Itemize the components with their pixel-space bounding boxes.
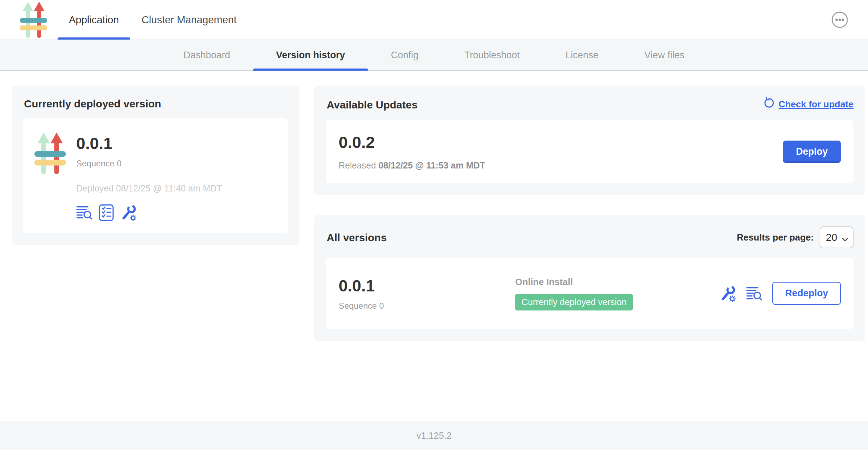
tab-config[interactable]: Config	[368, 40, 441, 70]
all-versions-panel: All versions Results per page: 20 0.0.1 …	[314, 215, 865, 341]
currently-deployed-title: Currently deployed version	[24, 98, 288, 110]
app-logo-icon	[34, 132, 66, 175]
check-for-update-label: Check for update	[779, 99, 854, 110]
console-version: v1.125.2	[416, 430, 452, 441]
check-for-update-link[interactable]: Check for update	[762, 97, 854, 112]
tab-label: License	[566, 50, 599, 61]
ellipsis-menu-icon	[831, 24, 849, 30]
tab-label: Dashboard	[184, 50, 230, 61]
tab-version-history[interactable]: Version history	[253, 40, 368, 70]
available-updates-title: Available Updates	[327, 99, 417, 111]
results-per-page-value: 20	[826, 232, 837, 243]
results-per-page-select[interactable]: 20	[820, 226, 854, 248]
logs-icon[interactable]	[76, 205, 93, 220]
overflow-menu-button[interactable]	[831, 11, 849, 29]
tab-label: View files	[644, 50, 685, 61]
version-row: 0.0.1 Sequence 0 Online Install Currentl…	[326, 257, 854, 329]
deployed-version-number: 0.0.1	[76, 134, 222, 153]
top-tab-label: Cluster Management	[142, 14, 237, 26]
tab-label: Troubleshoot	[464, 50, 520, 61]
released-label: Released	[339, 160, 376, 170]
update-released-line: Released 08/12/25 @ 11:53 am MDT	[339, 160, 485, 171]
config-wrench-icon[interactable]	[719, 285, 736, 302]
chevron-down-icon	[842, 232, 848, 244]
config-wrench-icon[interactable]	[120, 204, 137, 221]
deployed-timestamp: Deployed 08/12/25 @ 11:40 am MDT	[76, 183, 222, 194]
deployed-sequence: Sequence 0	[76, 159, 222, 168]
top-nav: Application Cluster Management	[0, 0, 868, 40]
row-version-number: 0.0.1	[339, 276, 515, 295]
refresh-icon	[762, 97, 774, 112]
results-per-page-label: Results per page:	[737, 232, 814, 243]
tab-license[interactable]: License	[543, 40, 622, 70]
tab-label: Version history	[276, 50, 345, 61]
top-tab-label: Application	[69, 14, 119, 26]
app-logo-icon	[19, 3, 48, 37]
top-tab-cluster-management[interactable]: Cluster Management	[130, 0, 248, 40]
version-history-page: Currently deployed version 0.0.1 Sequenc…	[0, 71, 868, 421]
logs-icon[interactable]	[746, 286, 762, 301]
console-footer: v1.125.2	[0, 421, 868, 450]
app-sub-nav: Dashboard Version history Config Trouble…	[0, 40, 868, 71]
tab-troubleshoot[interactable]: Troubleshoot	[441, 40, 543, 70]
deploy-button[interactable]: Deploy	[783, 141, 841, 163]
currently-deployed-card: 0.0.1 Sequence 0 Deployed 08/12/25 @ 11:…	[23, 118, 288, 233]
row-sequence: Sequence 0	[339, 301, 515, 311]
tab-label: Config	[391, 50, 418, 61]
status-badge: Currently deployed version	[515, 294, 633, 310]
tab-view-files[interactable]: View files	[622, 40, 708, 70]
currently-deployed-panel: Currently deployed version 0.0.1 Sequenc…	[12, 85, 299, 245]
available-update-card: 0.0.2 Released 08/12/25 @ 11:53 am MDT D…	[326, 120, 854, 183]
released-date: 08/12/25 @ 11:53 am MDT	[379, 160, 485, 170]
update-version-number: 0.0.2	[339, 133, 485, 152]
available-updates-panel: Available Updates Check for update 0.0.2…	[314, 85, 865, 195]
all-versions-title: All versions	[327, 232, 387, 244]
preflight-checklist-icon[interactable]	[99, 204, 114, 221]
tab-dashboard[interactable]: Dashboard	[161, 40, 253, 70]
top-tab-application[interactable]: Application	[58, 0, 130, 40]
install-type-label: Online Install	[515, 277, 719, 288]
redeploy-button[interactable]: Redeploy	[772, 282, 841, 305]
